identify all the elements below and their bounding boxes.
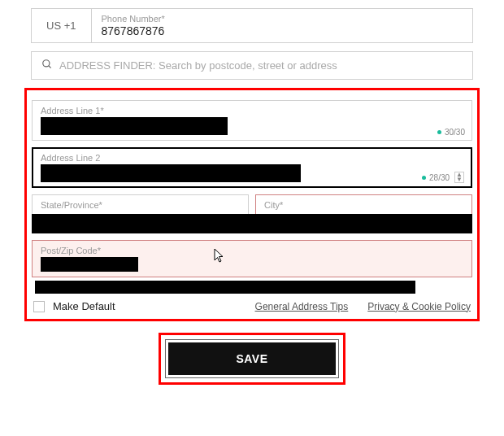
make-default-label: Make Default	[53, 300, 247, 312]
status-dot-icon	[437, 130, 441, 134]
svg-line-1	[49, 66, 51, 68]
city-label: City*	[264, 200, 463, 210]
country-code-selector[interactable]: US +1	[31, 8, 92, 43]
make-default-checkbox[interactable]	[33, 301, 45, 312]
phone-number-field[interactable]: Phone Number* 8767867876	[92, 8, 474, 43]
status-dot-icon	[422, 176, 426, 180]
counter-text: 28/30	[429, 173, 450, 182]
char-counter: 30/30	[437, 128, 465, 137]
address-line-2-field[interactable]: Address Line 2 28/30 ▲▼	[32, 147, 472, 188]
phone-label: Phone Number*	[102, 14, 463, 24]
privacy-policy-link[interactable]: Privacy & Cookie Policy	[367, 301, 471, 312]
address-finder-input[interactable]	[59, 59, 463, 72]
state-label: State/Province*	[41, 200, 240, 210]
redacted-content	[35, 281, 415, 294]
stepper-icon[interactable]: ▲▼	[454, 172, 464, 183]
redacted-content	[41, 117, 228, 135]
address-line-1-label: Address Line 1*	[41, 106, 463, 116]
phone-value: 8767867876	[102, 24, 463, 37]
redacted-content	[41, 164, 301, 182]
zip-label: Post/Zip Code*	[41, 246, 463, 255]
save-button[interactable]: SAVE	[166, 340, 338, 377]
counter-text: 30/30	[445, 128, 465, 137]
general-address-tips-link[interactable]: General Address Tips	[255, 301, 349, 312]
phone-row: US +1 Phone Number* 8767867876	[31, 8, 473, 43]
svg-point-0	[43, 60, 50, 67]
redacted-content	[32, 214, 472, 233]
address-finder[interactable]	[31, 51, 473, 80]
char-counter: 28/30 ▲▼	[422, 172, 464, 183]
footer-row: Make Default General Address Tips Privac…	[32, 300, 472, 312]
save-button-container: SAVE	[159, 333, 345, 385]
address-line-2-label: Address Line 2	[41, 153, 463, 163]
address-line-1-field[interactable]: Address Line 1* 30/30	[32, 100, 472, 141]
zip-code-field[interactable]: Post/Zip Code*	[32, 240, 472, 277]
redacted-content	[41, 257, 138, 272]
search-icon	[41, 59, 53, 72]
address-section: Address Line 1* 30/30 Address Line 2 28/…	[24, 88, 480, 321]
